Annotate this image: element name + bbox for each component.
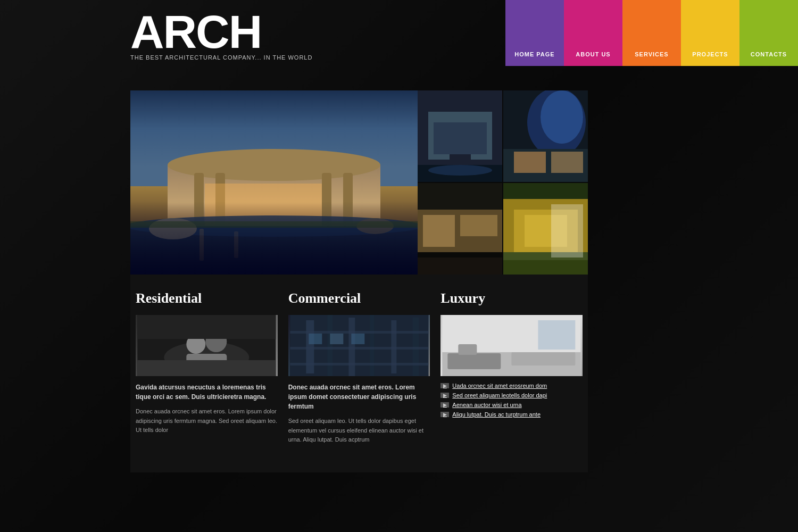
svg-rect-60 — [309, 334, 322, 344]
svg-rect-57 — [290, 331, 428, 334]
services-grid: Residential Gavida atcursus necuctu — [130, 290, 588, 451]
logo-section: ARCH THE BEST ARCHITECTURAL COMPANY... I… — [130, 3, 323, 66]
commercial-intro: Donec auada orcnec sit amet eros. Lorem … — [288, 383, 430, 411]
nav-item-homepage[interactable]: HOME PAGE — [505, 0, 564, 66]
luxury-links: ▶ Uada orcnec sit amet erosreum dom ▶ Se… — [440, 383, 583, 418]
gallery-main-photo — [130, 90, 418, 275]
svg-rect-48 — [137, 315, 276, 339]
svg-rect-62 — [351, 334, 364, 344]
svg-point-21 — [428, 165, 492, 176]
arrow-icon-4: ▶ — [440, 412, 449, 417]
bottom-section: Residential Gavida atcursus necuctu — [130, 275, 588, 472]
svg-rect-18 — [434, 122, 487, 154]
svg-rect-52 — [327, 315, 332, 376]
header: ARCH THE BEST ARCHITECTURAL COMPANY... I… — [0, 0, 798, 66]
svg-rect-11 — [200, 229, 204, 261]
svg-rect-68 — [512, 352, 576, 365]
gallery-thumb-4 — [503, 183, 588, 275]
svg-rect-30 — [423, 215, 455, 247]
luxury-image — [440, 315, 583, 376]
svg-rect-5 — [215, 173, 225, 229]
residential-title: Residential — [136, 290, 278, 306]
nav-item-contacts[interactable]: CONTACTS — [739, 0, 798, 66]
svg-rect-15 — [130, 221, 418, 228]
svg-rect-7 — [343, 173, 353, 229]
svg-rect-54 — [370, 315, 374, 376]
nav-item-aboutus[interactable]: ABOUT US — [564, 0, 622, 66]
svg-rect-34 — [418, 257, 502, 275]
svg-rect-32 — [418, 183, 502, 210]
svg-rect-6 — [322, 173, 331, 229]
arrow-icon-3: ▶ — [440, 402, 449, 408]
gallery-grid — [418, 90, 588, 275]
arrow-icon-1: ▶ — [440, 383, 449, 388]
luxury-link-3[interactable]: ▶ Aenean auctor wisi et urna — [440, 402, 583, 408]
gallery-svg — [130, 90, 418, 275]
gallery-main-image — [130, 90, 418, 275]
main-content: Residential Gavida atcursus necuctu — [130, 90, 588, 472]
nav-item-services[interactable]: SERVICES — [622, 0, 681, 66]
svg-rect-58 — [290, 347, 428, 350]
gallery-thumb-2 — [503, 90, 588, 182]
svg-rect-47 — [137, 360, 276, 376]
luxury-link-2[interactable]: ▶ Sed oreet aliquam leotells dolor dapi — [440, 392, 583, 398]
service-commercial: Commercial — [288, 290, 430, 451]
luxury-link-4[interactable]: ▶ Aliqu lutpat. Duis ac turptrum ante — [440, 411, 583, 418]
gallery-section — [130, 90, 588, 275]
svg-rect-41 — [551, 204, 583, 257]
service-residential: Residential Gavida atcursus necuctu — [136, 290, 278, 451]
svg-rect-31 — [460, 215, 497, 236]
svg-rect-12 — [234, 231, 238, 258]
residential-image — [136, 315, 278, 376]
svg-rect-59 — [290, 363, 428, 365]
commercial-body: Sed oreet aliquam leo. Ut tells dolor da… — [288, 417, 430, 445]
svg-rect-66 — [448, 353, 501, 369]
svg-point-14 — [356, 218, 394, 234]
nav-item-projects[interactable]: PROJECTS — [681, 0, 739, 66]
svg-rect-72 — [459, 344, 477, 355]
commercial-image — [288, 315, 430, 376]
svg-rect-9 — [130, 226, 418, 275]
main-nav: HOME PAGE ABOUT US SERVICES PROJECTS CON… — [505, 0, 798, 66]
logo-title: ARCH — [130, 9, 312, 55]
svg-rect-71 — [538, 320, 576, 350]
logo-subtitle: THE BEST ARCHITECTURAL COMPANY... IN THE… — [130, 54, 312, 61]
gallery-thumb-3 — [418, 183, 502, 275]
residential-body: Donec auada orcnec sit amet eros. Lorem … — [136, 407, 278, 435]
svg-rect-8 — [205, 184, 322, 229]
luxury-link-1[interactable]: ▶ Uada orcnec sit amet erosreum dom — [440, 383, 583, 389]
residential-intro: Gavida atcursus necuctus a loremenas tri… — [136, 383, 278, 402]
svg-point-13 — [149, 218, 197, 239]
svg-rect-4 — [194, 173, 204, 229]
svg-rect-26 — [514, 152, 546, 173]
svg-point-24 — [541, 90, 583, 144]
svg-rect-61 — [330, 334, 343, 344]
service-luxury: Luxury — [440, 290, 583, 451]
gallery-thumb-1 — [418, 90, 502, 182]
svg-point-10 — [130, 215, 418, 237]
arrow-icon-2: ▶ — [440, 393, 449, 398]
svg-rect-27 — [551, 152, 583, 173]
luxury-title: Luxury — [440, 290, 583, 306]
commercial-title: Commercial — [288, 290, 430, 306]
